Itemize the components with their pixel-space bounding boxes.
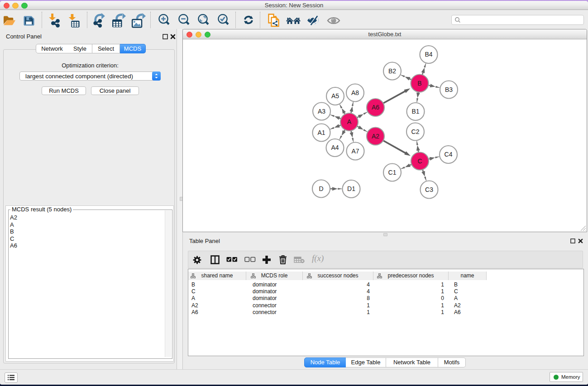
svg-text:C3: C3 [425, 186, 433, 193]
svg-text:A: A [347, 118, 352, 125]
svg-text:D1: D1 [347, 185, 355, 192]
svg-text:C1: C1 [388, 169, 397, 176]
svg-text:A1: A1 [317, 129, 325, 136]
svg-text:B2: B2 [388, 67, 396, 75]
svg-text:B4: B4 [425, 51, 432, 58]
svg-text:D: D [319, 185, 323, 192]
svg-text:A6: A6 [372, 104, 379, 111]
svg-text:C2: C2 [411, 128, 420, 135]
svg-text:A8: A8 [351, 89, 359, 96]
svg-text:C: C [417, 157, 422, 165]
svg-text:A3: A3 [318, 108, 325, 115]
svg-text:A4: A4 [331, 144, 339, 151]
svg-text:C4: C4 [445, 151, 453, 158]
svg-text:A5: A5 [331, 92, 339, 100]
svg-text:A2: A2 [372, 133, 379, 140]
svg-text:B: B [417, 80, 421, 87]
svg-text:B1: B1 [411, 108, 419, 115]
svg-text:A7: A7 [351, 148, 359, 155]
svg-text:B3: B3 [445, 86, 453, 93]
